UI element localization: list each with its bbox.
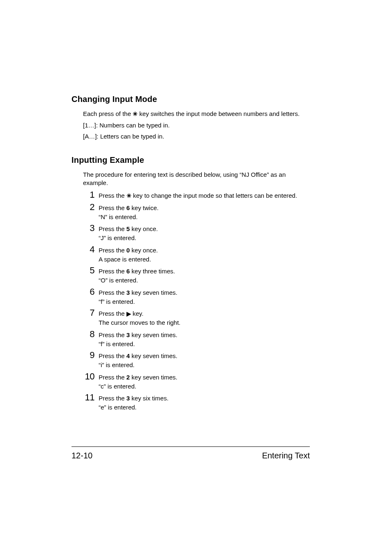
page: Changing Input Mode Each press of the ✳ … — [0, 0, 392, 555]
step-body: Press the ▶ key. The cursor moves to the… — [99, 308, 180, 327]
step-post: key six times. — [130, 395, 168, 402]
step-post: key once. — [130, 225, 158, 232]
step-number: 1 — [83, 190, 95, 199]
step-post: key seven times. — [130, 289, 178, 296]
step-post: key to change the input mode so that let… — [131, 192, 297, 199]
step-number: 3 — [83, 224, 95, 233]
step-result: “c” is entered. — [99, 382, 178, 391]
note-numbers: [1…]: Numbers can be typed in. — [83, 121, 302, 130]
step-result: A space is entered. — [99, 255, 158, 264]
step-1: 1 Press the ✳ key to change the input mo… — [83, 190, 302, 200]
step-body: Press the 0 key once. A space is entered… — [99, 245, 158, 264]
step-number: 9 — [83, 351, 95, 360]
step-result: “f” is entered. — [99, 340, 178, 348]
step-post: key seven times. — [130, 352, 178, 359]
step-number: 7 — [83, 308, 95, 317]
step-post: key once. — [130, 247, 158, 254]
step-key: 6 — [127, 268, 130, 275]
step-number: 11 — [81, 393, 95, 402]
step-result: “e” is entered. — [99, 403, 168, 412]
step-3: 3 Press the 5 key once. “J” is entered. — [83, 224, 302, 243]
intro-para: The procedure for entering text is descr… — [83, 171, 302, 187]
step-result: “f” is entered. — [99, 298, 178, 306]
step-key: 3 — [127, 331, 130, 338]
step-body: Press the 6 key twice. “N” is entered. — [99, 203, 159, 222]
step-7: 7 Press the ▶ key. The cursor moves to t… — [83, 308, 302, 327]
step-pre: Press the — [99, 192, 127, 199]
step-number: 6 — [83, 287, 95, 296]
heading-inputting-example: Inputting Example — [71, 155, 302, 165]
step-number: 8 — [83, 330, 95, 339]
star-key-icon: ✳ — [127, 192, 131, 200]
step-result: “i” is entered. — [99, 361, 178, 369]
footer-rule — [71, 446, 310, 447]
step-pre: Press the — [99, 204, 127, 211]
step-post: key seven times. — [130, 374, 178, 381]
para-suffix: key switches the input mode between numb… — [138, 110, 300, 117]
footer-row: 12-10 Entering Text — [71, 451, 310, 460]
step-body: Press the 6 key three times. “O” is ente… — [99, 266, 175, 285]
para-prefix: Each press of the — [83, 110, 133, 117]
step-number: 2 — [83, 203, 95, 212]
step-body: Press the ✳ key to change the input mode… — [99, 190, 297, 200]
step-pre: Press the — [99, 374, 127, 381]
page-footer: 12-10 Entering Text — [71, 446, 310, 460]
step-body: Press the 5 key once. “J” is entered. — [99, 224, 158, 243]
step-body: Press the 2 key seven times. “c” is ente… — [99, 372, 178, 391]
step-number: 10 — [81, 372, 95, 381]
step-post: key seven times. — [130, 331, 178, 338]
step-pre: Press the — [99, 268, 127, 275]
section-changing-input-mode: Changing Input Mode Each press of the ✳ … — [71, 95, 302, 141]
step-2: 2 Press the 6 key twice. “N” is entered. — [83, 203, 302, 222]
step-body: Press the 4 key seven times. “i” is ente… — [99, 351, 178, 370]
step-post: key twice. — [130, 204, 159, 211]
step-result: “O” is entered. — [99, 276, 175, 284]
note-letters: [A…]: Letters can be typed in. — [83, 132, 302, 141]
steps-list: 1 Press the ✳ key to change the input mo… — [83, 190, 302, 412]
step-number: 4 — [83, 245, 95, 254]
step-pre: Press the — [99, 352, 127, 359]
step-result: “N” is entered. — [99, 213, 159, 221]
footer-title: Entering Text — [262, 451, 310, 460]
step-key: 2 — [127, 374, 130, 381]
page-number: 12-10 — [71, 451, 92, 460]
step-body: Press the 3 key six times. “e” is entere… — [99, 393, 168, 412]
step-pre: Press the — [99, 225, 127, 232]
step-pre: Press the — [99, 247, 127, 254]
step-key: 0 — [127, 247, 130, 254]
section-inputting-example: Inputting Example The procedure for ente… — [71, 155, 302, 412]
step-key: 3 — [127, 289, 130, 296]
heading-changing-input-mode: Changing Input Mode — [71, 95, 302, 104]
right-arrow-icon: ▶ — [127, 310, 131, 318]
step-8: 8 Press the 3 key seven times. “f” is en… — [83, 330, 302, 349]
step-10: 10 Press the 2 key seven times. “c” is e… — [83, 372, 302, 391]
step-11: 11 Press the 3 key six times. “e” is ent… — [83, 393, 302, 412]
step-key: 3 — [127, 395, 130, 402]
step-key: 4 — [127, 352, 130, 359]
step-pre: Press the — [99, 395, 127, 402]
step-pre: Press the — [99, 310, 127, 317]
step-4: 4 Press the 0 key once. A space is enter… — [83, 245, 302, 264]
step-key: 6 — [127, 204, 130, 211]
step-number: 5 — [83, 266, 95, 275]
step-post: key. — [131, 310, 144, 317]
step-pre: Press the — [99, 331, 127, 338]
step-pre: Press the — [99, 289, 127, 296]
step-9: 9 Press the 4 key seven times. “i” is en… — [83, 351, 302, 370]
step-body: Press the 3 key seven times. “f” is ente… — [99, 330, 178, 349]
step-5: 5 Press the 6 key three times. “O” is en… — [83, 266, 302, 285]
star-key-icon: ✳ — [133, 110, 138, 118]
step-key: 5 — [127, 225, 130, 232]
step-post: key three times. — [130, 268, 175, 275]
step-result: The cursor moves to the right. — [99, 319, 180, 327]
step-body: Press the 3 key seven times. “f” is ente… — [99, 287, 178, 306]
content: Changing Input Mode Each press of the ✳ … — [71, 95, 302, 412]
para-changing-input: Each press of the ✳ key switches the inp… — [83, 110, 302, 118]
step-result: “J” is entered. — [99, 234, 158, 242]
step-6: 6 Press the 3 key seven times. “f” is en… — [83, 287, 302, 306]
